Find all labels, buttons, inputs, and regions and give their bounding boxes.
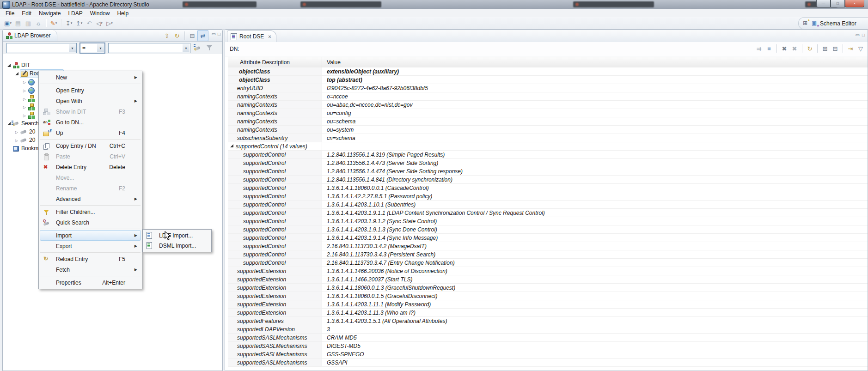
table-row[interactable]: supportedControl1.2.840.113556.1.4.841 (… [228, 176, 868, 184]
tree-expander-icon[interactable] [21, 79, 28, 85]
table-row[interactable]: supportedExtension1.3.6.1.4.1.1466.20037… [228, 275, 868, 284]
table-row[interactable]: supportedLDAPVersion3 [228, 325, 868, 334]
editor-tab-root-dse[interactable]: Root DSE × [227, 30, 276, 42]
attribute-description-cell[interactable]: supportedControl (14 values) [228, 142, 322, 150]
attribute-description-cell[interactable]: supportedControl [228, 242, 322, 250]
maximize-editor-icon[interactable]: □ [862, 32, 865, 37]
run-quick-search-button[interactable] [193, 43, 202, 53]
value-cell[interactable]: GSS-SPNEGO [322, 350, 868, 358]
value-cell[interactable]: 1.3.6.1.4.1.4203.1.11.1 (Modify Password… [322, 300, 868, 308]
table-row[interactable]: supportedControl1.3.6.1.4.1.4203.1.9.1.3… [228, 225, 868, 234]
value-cell[interactable]: extensibleObject (auxiliary) [322, 67, 868, 75]
tree-expander-icon[interactable] [13, 70, 20, 77]
menu-item-copy-entry-dn[interactable]: Copy Entry / DNCtrl+C [40, 140, 141, 151]
menu-item-import[interactable]: Import▶ [40, 230, 141, 241]
menu-item-fetch[interactable]: Fetch▶ [40, 264, 141, 275]
table-row[interactable]: supportedControl1.3.6.1.4.1.18060.0.0.1 … [228, 184, 868, 192]
view-menu-button[interactable]: ▽ [856, 43, 866, 54]
value-cell[interactable]: 1.2.840.113556.1.4.841 (Directory synchr… [322, 176, 868, 183]
quick-search-filter-button[interactable] [205, 43, 214, 53]
table-row[interactable]: namingContextsou=schema [228, 117, 868, 126]
save-button[interactable]: ▤ [13, 18, 23, 28]
dropdown-caret-icon[interactable]: ▾ [81, 21, 83, 25]
value-cell[interactable]: f290425c-8272-4e62-8a67-92b06f38dbf5 [322, 84, 868, 92]
attribute-description-cell[interactable]: supportedControl [228, 176, 322, 183]
value-cell[interactable]: ou=system [322, 126, 868, 134]
new-connection-button[interactable]: ▣▾ [3, 18, 13, 28]
dropdown-caret-icon[interactable]: ▾ [71, 21, 73, 25]
close-window-button[interactable]: × [845, 0, 864, 7]
attribute-description-cell[interactable]: supportedSASLMechanisms [228, 350, 322, 358]
open-perspective-icon[interactable] [802, 20, 810, 27]
value-cell[interactable]: cn=schema [322, 134, 868, 142]
value-cell[interactable]: 1.2.840.113556.1.4.473 (Server Side Sort… [322, 159, 868, 167]
column-header-attribute-description[interactable]: Attribute Description [228, 57, 322, 67]
dropdown-caret-icon[interactable]: ▾ [10, 21, 12, 25]
table-row[interactable]: supportedSASLMechanismsDIGEST-MD5 [228, 342, 868, 350]
import-button[interactable]: ↧▾ [64, 18, 74, 28]
attribute-description-cell[interactable]: namingContexts [228, 126, 322, 134]
attribute-description-cell[interactable]: supportedExtension [228, 309, 322, 316]
maximize-view-icon[interactable]: □ [218, 31, 220, 36]
menu-item-reload-entry[interactable]: Reload EntryF5 [40, 254, 141, 264]
value-cell[interactable]: 1.3.6.1.4.1.18060.0.0.1 (CascadeControl) [322, 184, 868, 192]
attribute-description-cell[interactable]: supportedControl [228, 217, 322, 225]
attribute-description-cell[interactable]: supportedControl [228, 209, 322, 217]
attribute-description-cell[interactable]: supportedControl [228, 159, 322, 167]
value-cell[interactable]: 1.2.840.113556.1.4.319 (Simple Paged Res… [322, 151, 868, 158]
table-row[interactable]: supportedExtension1.3.6.1.4.1.4203.1.11.… [228, 300, 868, 309]
submenu-item-ldif-import[interactable]: LDIF Import... [143, 231, 211, 241]
minimize-view-icon[interactable]: ▭ [212, 31, 216, 36]
table-row[interactable]: subschemaSubentrycn=schema [228, 134, 868, 142]
menubar-item-navigate[interactable]: Navigate [35, 10, 64, 17]
quick-search-operator-combo[interactable]: = ▼ [79, 43, 105, 54]
tree-expander-icon[interactable] [21, 112, 28, 118]
delete-value-button[interactable]: ✖ [779, 43, 789, 54]
menu-item-properties[interactable]: PropertiesAlt+Enter [40, 277, 141, 288]
value-cell[interactable]: GSSAPI [322, 359, 868, 366]
quick-search-attribute-combo[interactable]: ▼ [6, 43, 77, 53]
up-button[interactable]: ⇧ [162, 30, 172, 41]
attribute-description-cell[interactable]: supportedLDAPVersion [228, 325, 322, 333]
table-row[interactable]: supportedExtension1.3.6.1.4.1.18060.0.1.… [228, 292, 868, 300]
menu-item-export[interactable]: Export▶ [40, 241, 141, 251]
attribute-description-cell[interactable]: supportedExtension [228, 284, 322, 292]
tree-expander-icon[interactable] [6, 62, 12, 68]
forward-button[interactable]: ▷▾ [104, 18, 115, 28]
close-tab-icon[interactable]: × [268, 34, 271, 39]
table-row[interactable]: supportedExtension1.3.6.1.4.1.4203.1.11.… [228, 309, 868, 317]
quick-search-value-combo[interactable]: ▼ [108, 43, 190, 53]
dropdown-caret-icon[interactable]: ▾ [111, 21, 113, 25]
table-row[interactable]: namingContextsou=abac,dc=nccoe,dc=nist,d… [228, 101, 868, 109]
attribute-description-cell[interactable]: supportedExtension [228, 275, 322, 283]
tree-expander-icon[interactable] [21, 103, 28, 110]
row-expander-icon[interactable] [230, 144, 233, 147]
menu-item-quick-search[interactable]: Quick Search [40, 217, 141, 228]
menubar-item-ldap[interactable]: LDAP [64, 10, 86, 17]
print-button[interactable]: ▥ [23, 18, 33, 28]
back-button[interactable]: ◁▾ [94, 18, 104, 28]
value-cell[interactable]: 1.3.6.1.4.1.18060.0.1.5 (GracefulDisconn… [322, 292, 868, 300]
value-cell[interactable]: 1.3.6.1.4.1.4203.1.9.1.2 (Sync State Con… [322, 217, 868, 225]
maximize-window-button[interactable]: □ [831, 0, 845, 7]
menu-item-open-with[interactable]: Open With▶ [40, 96, 141, 106]
table-row[interactable]: supportedControl2.16.840.1.113730.3.4.7 … [228, 259, 868, 267]
attribute-description-cell[interactable]: supportedControl [228, 234, 322, 242]
attribute-description-cell[interactable]: supportedFeatures [228, 317, 322, 325]
attribute-description-cell[interactable]: supportedControl [228, 225, 322, 233]
value-cell[interactable]: CRAM-MD5 [322, 334, 868, 341]
attribute-description-cell[interactable]: entryUUID [228, 84, 322, 92]
attribute-description-cell[interactable]: namingContexts [228, 101, 322, 109]
undo-button[interactable]: ↶ [84, 18, 94, 28]
fetch-operational-attributes-button[interactable]: ⇥ [845, 43, 856, 54]
value-cell[interactable]: 2.16.840.1.113730.3.4.3 (Persistent Sear… [322, 250, 868, 258]
table-row[interactable]: supportedControl1.2.840.113556.1.4.319 (… [228, 151, 868, 159]
attribute-description-cell[interactable]: supportedControl [228, 192, 322, 200]
menu-item-go-to-dn[interactable]: Go to DN... [40, 117, 141, 128]
attribute-description-cell[interactable]: supportedControl [228, 259, 322, 267]
table-row[interactable]: supportedControl (14 values) [228, 142, 868, 151]
attribute-description-cell[interactable]: supportedSASLMechanisms [228, 342, 322, 350]
table-row[interactable]: supportedSASLMechanismsGSSAPI [228, 359, 868, 367]
value-cell[interactable]: 1.3.6.1.4.1.18060.0.1.3 (GracefulShutdow… [322, 284, 868, 292]
value-cell[interactable]: 1.3.6.1.4.1.1466.20036 (Notice of Discon… [322, 267, 868, 275]
